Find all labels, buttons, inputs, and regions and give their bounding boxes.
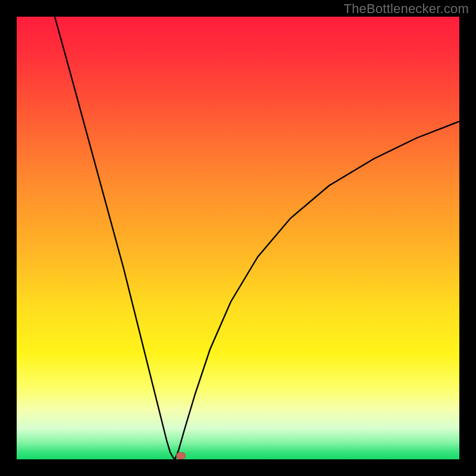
valley-marker bbox=[176, 452, 186, 459]
bottleneck-curve bbox=[17, 17, 459, 459]
chart-container: TheBottlenecker.com bbox=[0, 0, 476, 476]
plot-frame bbox=[17, 17, 459, 459]
attribution-label: TheBottlenecker.com bbox=[344, 1, 469, 17]
curve-left-branch bbox=[55, 17, 175, 459]
curve-right-branch bbox=[175, 121, 459, 459]
